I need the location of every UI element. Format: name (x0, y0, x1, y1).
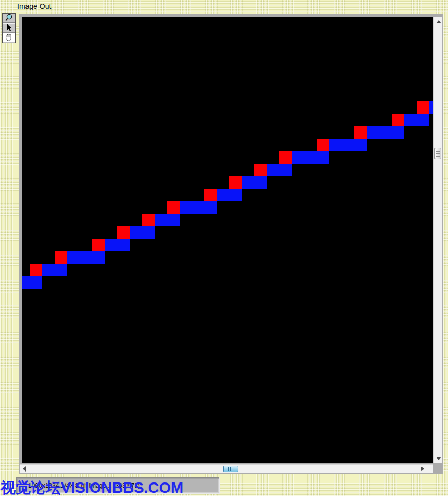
step-blue-block (404, 114, 429, 126)
scroll-right-icon[interactable] (421, 466, 424, 472)
step-red-block (279, 151, 292, 164)
step-blue-block (155, 214, 180, 226)
step-blue-block (242, 176, 267, 189)
vertical-scrollbar-thumb[interactable] (434, 148, 441, 159)
step-blue-block (429, 101, 433, 114)
step-red-block (204, 189, 217, 201)
step-red-block (167, 201, 180, 214)
step-blue-block (292, 151, 329, 164)
pan-tool-button[interactable] (2, 33, 16, 43)
step-red-block (117, 226, 130, 239)
step-red-block (92, 239, 105, 251)
step-red-block (392, 114, 404, 126)
watermark-text: 视觉论坛VISIONBBS.COM (1, 478, 183, 496)
step-red-block (254, 164, 267, 176)
vertical-scrollbar[interactable] (433, 17, 442, 463)
magnifier-icon (4, 14, 14, 23)
scroll-left-icon[interactable] (23, 466, 26, 472)
scroll-down-icon[interactable] (436, 457, 441, 460)
image-canvas[interactable] (22, 17, 433, 463)
step-blue-block (42, 264, 67, 276)
scroll-up-icon[interactable] (436, 20, 441, 23)
page-title: Image Out (17, 2, 51, 10)
step-red-block (30, 264, 42, 276)
cursor-icon (5, 23, 13, 33)
step-blue-block (105, 239, 130, 251)
step-blue-block (130, 226, 155, 239)
horizontal-scrollbar[interactable] (20, 464, 433, 473)
step-blue-block (22, 276, 42, 289)
step-blue-block (180, 201, 217, 214)
select-tool-button[interactable] (2, 23, 16, 33)
step-red-block (55, 251, 67, 264)
step-blue-block (367, 126, 404, 139)
step-blue-block (217, 189, 242, 201)
step-red-block (417, 101, 429, 114)
step-red-block (317, 139, 329, 151)
step-blue-block (329, 139, 367, 151)
step-blue-block (267, 164, 292, 176)
image-display-frame (19, 14, 443, 474)
step-red-block (354, 126, 367, 139)
horizontal-scrollbar-thumb[interactable] (223, 466, 238, 472)
step-red-block (229, 176, 242, 189)
hand-icon (5, 33, 13, 43)
tool-palette (2, 13, 16, 43)
zoom-tool-button[interactable] (2, 13, 16, 23)
step-blue-block (67, 251, 105, 264)
step-red-block (142, 214, 155, 226)
